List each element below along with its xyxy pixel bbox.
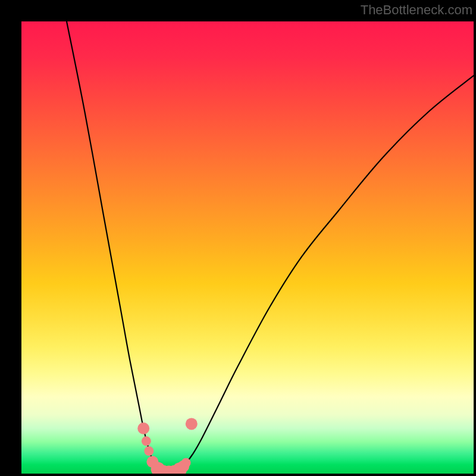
- highlight-point: [144, 446, 154, 456]
- plot-area: [21, 21, 474, 474]
- bottleneck-curve: [67, 21, 474, 473]
- highlight-point: [186, 418, 198, 430]
- highlight-point: [137, 422, 149, 434]
- highlight-markers: [137, 418, 198, 474]
- chart-svg: [21, 21, 474, 474]
- watermark-text: TheBottleneck.com: [361, 2, 472, 18]
- highlight-point: [142, 436, 151, 446]
- curve-layer: [67, 21, 474, 473]
- highlight-point: [181, 458, 191, 468]
- chart-frame: TheBottleneck.com: [0, 0, 476, 476]
